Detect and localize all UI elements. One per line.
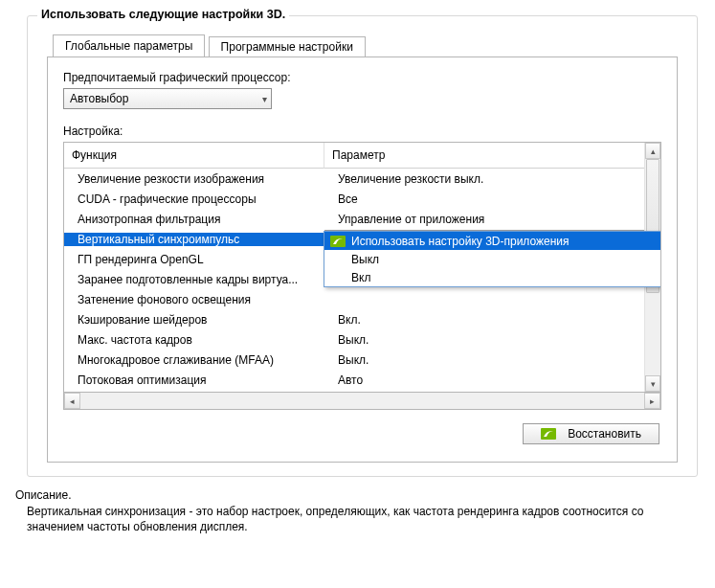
tabpanel-global: Предпочитаемый графический процессор: Ав… (47, 57, 678, 463)
chevron-down-icon: ▾ (255, 94, 267, 104)
table-row[interactable]: Кэширование шейдеровВкл. (64, 309, 644, 329)
table-row[interactable]: Увеличение резкости изображенияУвеличени… (64, 169, 644, 189)
tabstrip: Глобальные параметры Программные настрой… (53, 34, 678, 57)
table-row[interactable]: Макс. частота кадровВыкл. (64, 329, 644, 350)
table-row[interactable]: Анизотропная фильтрацияУправление от при… (64, 209, 644, 229)
cell-param[interactable]: Увеличение резкости выкл. (324, 172, 644, 186)
table-row[interactable]: Многокадровое сглаживание (MFAA)Выкл. (64, 350, 644, 370)
actions: Восстановить (63, 410, 661, 446)
hscroll-track[interactable] (80, 393, 644, 409)
cell-func: Потоковая оптимизация (64, 373, 324, 387)
group-3d-settings: Использовать следующие настройки 3D. Гло… (27, 15, 698, 477)
cell-param[interactable]: Выкл. (324, 353, 644, 367)
tab-program[interactable]: Программные настройки (209, 36, 366, 57)
cell-func: Анизотропная фильтрация (64, 213, 324, 226)
cell-param[interactable]: Все (324, 192, 644, 206)
dropdown-option[interactable]: Вкл (324, 268, 661, 286)
cell-param[interactable]: Управление от приложения (324, 213, 644, 226)
svg-rect-0 (330, 236, 346, 247)
svg-rect-1 (541, 428, 556, 440)
tab-global[interactable]: Глобальные параметры (53, 34, 205, 57)
cell-func: Заранее подготовленные кадры виртуа... (64, 273, 324, 286)
cell-func: ГП рендеринга OpenGL (64, 253, 324, 266)
cell-func: Макс. частота кадров (64, 333, 324, 347)
description-title: Описание. (15, 488, 698, 502)
group-title: Использовать следующие настройки 3D. (37, 8, 289, 21)
description-body: Вертикальная синхронизация - это набор н… (27, 504, 697, 534)
cell-func: Вертикальный синхроимпульс (64, 233, 324, 246)
dropdown-option[interactable]: Использовать настройку 3D-приложения (324, 232, 661, 250)
dropdown-option-label: Выкл (351, 253, 379, 266)
scroll-down-icon[interactable]: ▾ (645, 375, 660, 392)
cell-param[interactable]: Выкл. (324, 333, 644, 347)
cell-func: Увеличение резкости изображения (64, 172, 324, 186)
restore-label: Восстановить (568, 427, 641, 441)
param-dropdown[interactable]: Использовать настройку 3D-приложенияВыкл… (324, 231, 661, 287)
pref-gpu-value: Автовыбор (70, 92, 128, 105)
dropdown-option-label: Вкл (351, 271, 370, 284)
setting-label: Настройка: (63, 124, 661, 138)
scroll-up-icon[interactable]: ▴ (645, 143, 660, 159)
horizontal-scrollbar[interactable]: ◂ ▸ (63, 393, 661, 410)
pref-gpu-label: Предпочитаемый графический процессор: (63, 71, 661, 84)
settings-table: Функция Параметр Увеличение резкости изо… (63, 142, 661, 393)
cell-func: CUDA - графические процессоры (64, 192, 324, 206)
table-row[interactable]: Затенение фонового освещения (64, 289, 644, 309)
scroll-left-icon[interactable]: ◂ (64, 393, 80, 409)
cell-func: Кэширование шейдеров (64, 313, 324, 327)
col-header-param[interactable]: Параметр (324, 143, 644, 169)
cell-param[interactable]: Авто (324, 373, 644, 387)
nvidia-icon (330, 236, 346, 247)
table-row[interactable]: CUDA - графические процессорыВсе (64, 189, 644, 209)
col-header-func[interactable]: Функция (64, 143, 324, 169)
cell-func: Многокадровое сглаживание (MFAA) (64, 353, 324, 367)
dropdown-option-label: Использовать настройку 3D-приложения (351, 235, 570, 248)
cell-param[interactable]: Вкл. (324, 313, 644, 327)
dropdown-option[interactable]: Выкл (324, 250, 661, 268)
scroll-right-icon[interactable]: ▸ (644, 393, 660, 409)
table-row[interactable]: Потоковая оптимизацияАвто (64, 370, 644, 390)
cell-func: Затенение фонового освещения (64, 293, 324, 306)
nvidia-icon (541, 428, 556, 440)
restore-button[interactable]: Восстановить (523, 423, 659, 444)
pref-gpu-select[interactable]: Автовыбор ▾ (63, 88, 272, 109)
